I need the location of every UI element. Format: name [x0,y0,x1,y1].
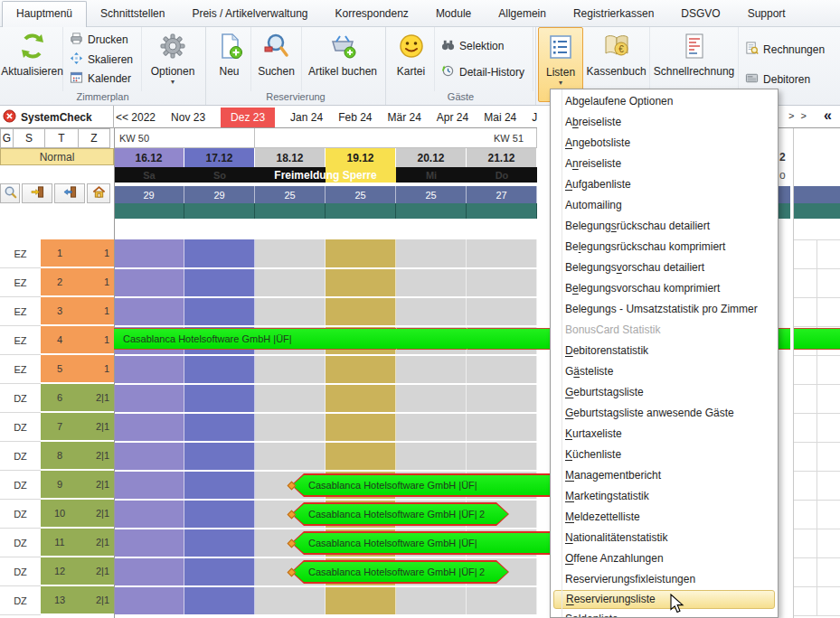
date-header-21.12[interactable]: 21.12 [467,148,537,167]
neu-button[interactable]: Neu [208,27,251,91]
systemcheck-label: SystemCheck [21,111,92,124]
menu-item-anreiseliste[interactable]: Anreiseliste [551,154,778,174]
room-row-1[interactable]: 11 [41,239,114,268]
menu-item-gästeliste[interactable]: Gästeliste [551,361,778,382]
suchen-button[interactable]: Suchen [251,27,302,91]
debitoren-button[interactable]: Debitoren [742,70,827,89]
menu-item-abgelaufene-optionen[interactable]: Abgelaufene Optionen [551,91,778,112]
menu-item-belegungsvorschau-komprimiert[interactable]: Belegungsvorschau komprimiert [551,278,778,299]
menu-item-reservierungsfixleistungen[interactable]: Reservierungsfixleistungen [551,569,778,590]
menu-tab-korrespondenz[interactable]: Korrespondenz [321,2,421,26]
date-header-20.12[interactable]: 20.12 [396,148,467,167]
menu-item-reservierungsliste[interactable]: Reservierungsliste [553,590,775,609]
month-nav-m-r-24[interactable]: Mär 24 [388,111,421,124]
room-type-2: EZ [0,268,41,297]
menu-item-nationalitätenstatistik[interactable]: Nationalitätenstatistik [551,528,778,548]
room-row-11[interactable]: 112|1 [41,529,114,557]
selektion-button[interactable]: Selektion [439,37,527,55]
menu-item-saldenliste[interactable]: Saldenliste [551,609,778,618]
menu-tab-dsgvo[interactable]: DSGVO [667,2,733,26]
menu-tab-allgemein[interactable]: Allgemein [485,2,560,26]
menu-item-belegungs-umsatzstatistik-pro-zimmer[interactable]: Belegungs - Umsatzstatistik pro Zimmer [551,299,778,320]
menu-item-abreiseliste[interactable]: Abreiseliste [551,112,778,133]
room-row-9[interactable]: 92|1 [41,471,114,500]
room-row-2[interactable]: 21 [41,268,114,297]
printer-icon [70,32,83,48]
date-header-18.12[interactable]: 18.12 [255,148,326,167]
menu-tab-support[interactable]: Support [734,2,799,26]
menu-item-meldezettelliste[interactable]: Meldezettelliste [551,507,778,528]
room-row-7[interactable]: 72|1 [41,413,114,442]
reservation-bar-room-10[interactable]: Casablanca Hotelsoftware GmbH |ÜF|2 [291,502,509,526]
door-in-icon [31,185,44,201]
menu-tab-registrierkassen[interactable]: Registrierkassen [560,2,667,26]
menu-item-geburtstagsliste[interactable]: Geburtstagsliste [551,382,778,403]
systemcheck-tab[interactable]: SystemCheck [0,106,114,128]
door-out-icon [63,185,77,201]
menu-item-küchenliste[interactable]: Küchenliste [551,445,778,465]
room-type-10: DZ [0,500,41,529]
scroll-months-forward[interactable]: > > [788,110,808,121]
binoculars-icon [441,38,455,54]
room-row-3[interactable]: 31 [41,297,114,326]
optionen-button[interactable]: Optionen ▾ [142,27,203,91]
month-nav-mai-24[interactable]: Mai 24 [484,111,516,124]
month-nav-nov-23[interactable]: Nov 23 [171,111,205,124]
menu-item-managementbericht[interactable]: Managementbericht [551,465,778,486]
menu-item-debitorenstatistik[interactable]: Debitorenstatistik [551,341,778,361]
artikel-buchen-button[interactable]: Artikel buchen [302,27,383,91]
room-row-13[interactable]: 132|1 [41,586,114,615]
month-nav-jan-24[interactable]: Jan 24 [290,111,323,124]
menu-item-kurtaxeliste[interactable]: Kurtaxeliste [551,424,778,445]
menu-tab-hauptmen-[interactable]: Hauptmenü [2,1,87,27]
menu-item-belegungsrückschau-komprimiert[interactable]: Belegungsrückschau komprimiert [551,237,778,258]
month-nav-dez-23[interactable]: Dez 23 [221,108,275,127]
menu-item-belegungsvorschau-detailiert[interactable]: Belegungsvorschau detailiert [551,258,778,278]
room-row-4[interactable]: 41 [41,326,114,355]
menu-item-geburtstagsliste-anwesende-gäste[interactable]: Geburtstagsliste anwesende Gäste [551,403,778,424]
aktualisieren-label: Aktualisieren [1,65,63,78]
drucken-button[interactable]: Drucken [67,31,136,49]
month-nav-feb-24[interactable]: Feb 24 [338,111,372,124]
menu-item-offene-anzahlungen[interactable]: Offene Anzahlungen [551,548,778,569]
close-icon[interactable] [3,109,16,126]
detail-history-button[interactable]: Detail-History [439,63,527,81]
room-row-5[interactable]: 51 [41,355,114,384]
date-header-17.12[interactable]: 17.12 [184,148,255,167]
right-pane-column-line [816,239,817,615]
menu-item-automailing[interactable]: Automailing [551,195,778,216]
category-row-normal[interactable]: Normal [0,148,114,165]
month-nav--2022[interactable]: << 2022 [116,111,156,124]
menu-item-marketingstatistik[interactable]: Marketingstatistik [551,486,778,507]
kalender-label: Kalender [88,72,131,85]
skalieren-button[interactable]: Skalieren [67,51,136,69]
door-in-icon-button[interactable] [22,183,52,203]
home-icon-button[interactable] [87,183,110,203]
reservation-guest-count: 2 [479,504,485,524]
menu-item-aufgabenliste[interactable]: Aufgabenliste [551,174,778,195]
date-header-19.12[interactable]: 19.12 [326,148,396,167]
month-nav-apr-24[interactable]: Apr 24 [437,111,468,124]
menu-tab-schnittstellen[interactable]: Schnittstellen [87,2,178,26]
reservation-bar-room-12[interactable]: Casablanca Hotelsoftware GmbH |ÜF|2 [291,560,509,584]
menu-item-angebotsliste[interactable]: Angebotsliste [551,133,778,154]
menu-tab-module[interactable]: Module [422,2,485,26]
rechnungen-button[interactable]: Rechnungen [742,41,827,59]
date-header-16.12[interactable]: 16.12 [114,148,184,167]
svg-text:€: € [618,44,624,54]
aktualisieren-button[interactable]: Aktualisieren [2,27,63,91]
kalender-button[interactable]: Kalender [67,70,136,88]
group-label-zimmerplan: Zimmerplan [2,91,203,105]
menu-item-belegungsrückschau-detailiert[interactable]: Belegungsrückschau detailiert [551,216,778,237]
room-row-12[interactable]: 122|1 [41,557,114,586]
room-row-10[interactable]: 102|1 [41,500,114,529]
grid-row-separator [114,557,537,558]
grid-row-separator [114,412,537,414]
room-row-8[interactable]: 82|1 [41,442,114,471]
kartei-button[interactable]: Kartei [388,27,435,91]
collapse-panel-icon[interactable]: « [824,108,832,124]
menu-tab-preis-artikelverwaltung[interactable]: Preis / Artikelverwaltung [178,2,321,26]
room-row-6[interactable]: 62|1 [41,384,114,413]
search-icon-button[interactable] [0,183,20,203]
door-out-icon-button[interactable] [54,183,85,203]
